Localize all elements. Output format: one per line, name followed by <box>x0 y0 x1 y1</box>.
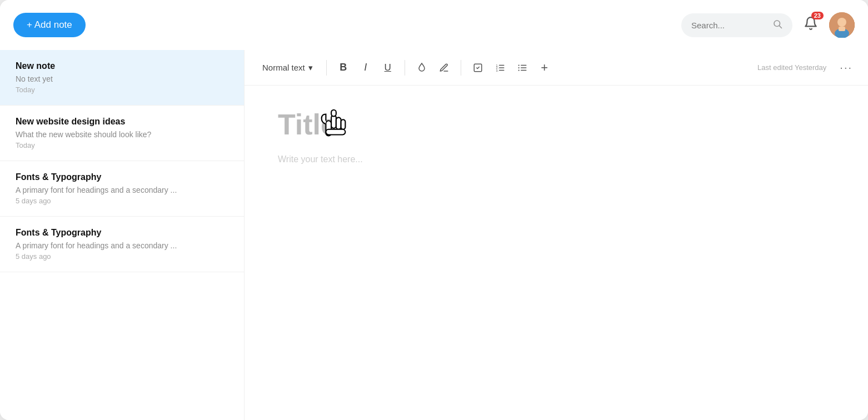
toolbar-divider-3 <box>461 60 461 76</box>
editor-content[interactable]: Title Write your text here... <box>245 86 868 420</box>
top-bar: + Add note 23 <box>0 0 868 50</box>
note-item[interactable]: Fonts & Typography A primary font for he… <box>0 217 244 272</box>
toolbar: Normal text ▾ B I U <box>245 50 868 86</box>
note-date: 5 days ago <box>16 252 228 261</box>
note-date: 5 days ago <box>16 197 228 205</box>
highlight-color-button[interactable] <box>412 58 432 78</box>
svg-point-18 <box>518 69 519 71</box>
svg-text:3.: 3. <box>496 68 498 72</box>
note-preview: No text yet <box>16 74 228 83</box>
notification-button[interactable]: 23 <box>801 14 820 36</box>
note-date: Today <box>16 141 228 149</box>
add-button[interactable]: + <box>535 58 555 78</box>
toolbar-divider <box>326 60 327 76</box>
text-style-label: Normal text <box>262 63 305 72</box>
toolbar-divider-2 <box>405 60 405 76</box>
avatar <box>829 12 855 38</box>
italic-button[interactable]: I <box>356 58 376 78</box>
svg-rect-5 <box>839 27 845 31</box>
search-icon <box>772 19 782 32</box>
note-title: New note <box>16 61 228 71</box>
underline-button[interactable]: U <box>378 58 398 78</box>
ordered-list-button[interactable]: 1. 2. 3. <box>490 58 510 78</box>
search-input[interactable] <box>691 21 768 30</box>
note-item[interactable]: New note No text yet Today <box>0 50 244 106</box>
note-item[interactable]: Fonts & Typography A primary font for he… <box>0 161 244 217</box>
svg-point-17 <box>518 67 519 68</box>
notification-badge: 23 <box>811 12 824 19</box>
note-preview: A primary font for headings and a second… <box>16 241 228 250</box>
note-item[interactable]: New website design ideas What the new we… <box>0 106 244 161</box>
checkbox-button[interactable] <box>468 58 488 78</box>
chevron-down-icon: ▾ <box>308 63 313 73</box>
svg-line-1 <box>779 26 781 28</box>
editor-area: Normal text ▾ B I U <box>245 50 868 420</box>
note-title: Fonts & Typography <box>16 172 228 182</box>
add-note-button[interactable]: + Add note <box>13 13 86 37</box>
note-preview: A primary font for headings and a second… <box>16 186 228 194</box>
main-content: New note No text yet Today New website d… <box>0 50 868 420</box>
last-edited-label: Last edited Yesterday <box>757 63 826 72</box>
sidebar: New note No text yet Today New website d… <box>0 50 245 420</box>
unordered-list-button[interactable] <box>512 58 532 78</box>
text-style-dropdown[interactable]: Normal text ▾ <box>256 59 320 76</box>
editor-title[interactable]: Title <box>278 108 835 141</box>
note-title: Fonts & Typography <box>16 228 228 238</box>
bold-button[interactable]: B <box>333 58 353 78</box>
app-container: + Add note 23 <box>0 0 868 420</box>
svg-point-16 <box>518 64 519 66</box>
svg-point-3 <box>837 18 846 27</box>
note-title: New website design ideas <box>16 117 228 127</box>
more-options-button[interactable]: ··· <box>835 59 857 76</box>
note-preview: What the new website should look like? <box>16 130 228 139</box>
note-date: Today <box>16 86 228 94</box>
editor-body[interactable]: Write your text here... <box>278 154 835 164</box>
pen-button[interactable] <box>434 58 454 78</box>
search-container <box>681 13 792 37</box>
